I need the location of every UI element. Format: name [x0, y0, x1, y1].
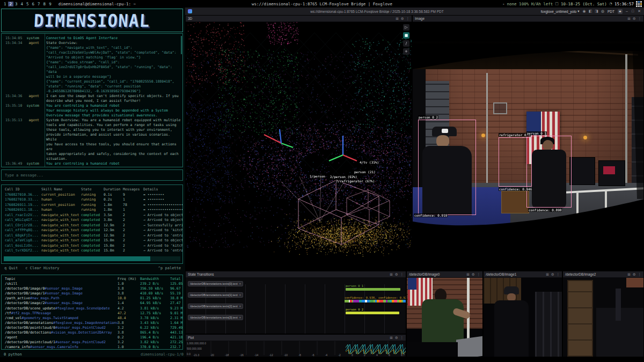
close-button[interactable]: ✕: [638, 9, 642, 13]
chat-scrollbar[interactable]: [181, 36, 182, 54]
measure-tool-button[interactable]: ∕: [403, 40, 409, 47]
inner-tmux-window[interactable]: 0 python: [0, 352, 22, 357]
camera-image[interactable]: person_0_2confidence: 0.919refrigerator_…: [413, 22, 644, 271]
detector-image0-view[interactable]: [407, 278, 482, 357]
tmux-tab-8[interactable]: 8: [42, 2, 48, 6]
series-chip[interactable]: /detectorDB/annotations.texts[3].text×: [188, 315, 243, 320]
expand-icon[interactable]: ⊞: [627, 272, 630, 277]
skill-row[interactable]: call_rxacIz2V...navigate_with_textcomple…: [2, 213, 182, 218]
message-input[interactable]: Type a message...: [1, 169, 183, 181]
topic-row[interactable]: /detectorDB/image/1#sensor_msgs.Image3.8…: [2, 291, 182, 296]
series-chip[interactable]: /detectorDB/annotations.texts[0].text×: [188, 281, 243, 286]
expand-icon[interactable]: ⊞: [546, 272, 548, 277]
close-icon[interactable]: ×: [239, 293, 241, 297]
state-transitions-body[interactable]: /detectorDB/annotations.texts[0].text×/d…: [186, 278, 406, 334]
minimize-button[interactable]: –: [626, 9, 629, 13]
focus-tool-button[interactable]: +: [403, 48, 409, 55]
topic-row[interactable]: /detectorDB/pointcloud/0#sensor_msgs.Poi…: [2, 326, 182, 330]
detector-image2-header: /detectorDB/image2 ⊞⚙⋮: [563, 271, 643, 278]
settings-icon[interactable]: ⚙: [395, 272, 398, 277]
skill-row[interactable]: 1760826911.19...current_positionrunning1…: [2, 203, 182, 208]
more-icon[interactable]: ⋮: [638, 272, 642, 277]
data-source-title[interactable]: ws://dimensional-cpu-1:8765 LCM-Foxglove…: [250, 10, 504, 13]
tmux-tab-1[interactable]: 1: [2, 2, 8, 6]
skill-row[interactable]: call_WSLCq4If...navigate_with_textcomple…: [2, 218, 182, 223]
skill-row[interactable]: call_nffPPq8Q...navigate_with_textcomple…: [2, 228, 182, 233]
tmux-tab-5[interactable]: 5: [25, 2, 31, 6]
topic-row[interactable]: /detectorDB/scene_update#foxglove_msgs.S…: [2, 306, 182, 311]
series-chip[interactable]: /detectorDB/annotations.texts[1].text×: [188, 292, 243, 298]
close-icon[interactable]: ×: [239, 305, 241, 308]
right-sidebar-icon[interactable]: ◨: [595, 9, 598, 13]
message-input-placeholder: Type a message...: [2, 173, 43, 178]
settings-icon[interactable]: ⚙: [472, 272, 475, 277]
detector-image2-view[interactable]: [563, 278, 643, 357]
app-grid-icon[interactable]: [636, 1, 642, 7]
palette-shortcut[interactable]: ^p palette: [158, 266, 181, 270]
tmux-tab-4[interactable]: 4: [19, 2, 25, 6]
settings-icon[interactable]: ⚙: [401, 17, 404, 21]
tmux-tab-6[interactable]: 6: [31, 2, 36, 6]
more-icon[interactable]: ⋮: [406, 17, 410, 21]
topic-row[interactable]: /agent0.2196.4 B/s421.18 kB: [2, 335, 182, 340]
plot-area[interactable]: 1,000,000,000.0500,000,0000.0 -21.3-20-1…: [186, 341, 406, 357]
chat-role: system: [23, 36, 42, 41]
topic-row[interactable]: /detectorDB/image/2#sensor_msgs.Image1.4…: [2, 301, 182, 306]
timezone-label[interactable]: PDT: [608, 10, 614, 13]
clear-history-shortcut[interactable]: c Clear History: [25, 266, 59, 272]
quit-shortcut[interactable]: q Quit: [4, 266, 18, 272]
settings-icon[interactable]: ⚙: [633, 17, 636, 21]
select-tool-button[interactable]: ▷: [403, 24, 409, 31]
topic-row[interactable]: /detectorDB/image/0#sensor_msgs.Image3.8…: [2, 286, 182, 291]
maximize-button[interactable]: □: [632, 9, 635, 13]
tmux-tab-9[interactable]: 9: [47, 2, 53, 6]
expand-icon[interactable]: ⊞: [390, 272, 392, 277]
skill-row[interactable]: 1760826911.18...humanrunning1.8m1= •••••…: [2, 208, 182, 213]
chat-timestamp: 15:34:05: [2, 36, 23, 41]
close-icon[interactable]: ×: [239, 282, 241, 285]
more-icon[interactable]: ⋮: [477, 272, 481, 277]
more-icon[interactable]: ⋮: [400, 272, 404, 277]
topic-row[interactable]: /detectorDB/pointcloud/1#sensor_msgs.Poi…: [2, 340, 182, 345]
detector-image1-view[interactable]: [484, 278, 562, 357]
more-icon[interactable]: ⋮: [638, 17, 642, 21]
tmux-tab-3[interactable]: 3: [13, 2, 19, 6]
skill-row[interactable]: 1760827010.36...current_positionrunning0…: [2, 193, 182, 198]
skill-row[interactable]: 1760827010.33...humanrunning0.2s1= •••••…: [2, 197, 182, 203]
grid-line: [305, 284, 305, 334]
foxglove-logo-icon[interactable]: [188, 9, 192, 13]
expand-icon[interactable]: ⊞: [396, 17, 398, 21]
expand-icon[interactable]: ⊞: [466, 272, 469, 277]
settings-icon[interactable]: ⚙: [633, 272, 636, 277]
more-icon[interactable]: ⋮: [400, 336, 404, 340]
settings-icon[interactable]: ⚙: [551, 272, 554, 277]
frame-tool-button[interactable]: ■: [403, 32, 409, 39]
more-icon[interactable]: ⋮: [557, 272, 560, 277]
left-sidebar-icon[interactable]: ◧: [589, 9, 592, 13]
topic-row[interactable]: /camera_info#sensor_msgs.CameraInfo1.037…: [2, 345, 182, 350]
topic-row[interactable]: /skill1.0239.2 B/s125.05 MB: [2, 282, 182, 286]
expand-icon[interactable]: ⊞: [627, 17, 630, 21]
topic-row[interactable]: /detectorDB/annotations#foxglove_msgs.Im…: [2, 321, 182, 326]
series-chip[interactable]: /detectorDB/annotations.texts[2].text×: [188, 304, 243, 309]
skill-row[interactable]: call_a7aVCig8...navigate_with_textcomple…: [2, 238, 182, 243]
topic-row[interactable]: /cmd_vel#geometry_msgs.TwistStamped48.43…: [2, 316, 182, 321]
settings-icon[interactable]: ⚙: [395, 336, 398, 340]
close-icon[interactable]: ×: [239, 316, 241, 319]
skill-row[interactable]: call_68gkFjIv...navigate_with_textcomple…: [2, 233, 182, 239]
skill-row[interactable]: call_COrj1r28...navigate_with_textcomple…: [2, 223, 182, 228]
skill-row[interactable]: call_6osLIzOn...navigate_with_textcomple…: [2, 243, 182, 249]
screen-record-icon[interactable]: ◉: [583, 9, 586, 13]
skill-row[interactable]: call_tvrXDGf2...navigate_with_textcomple…: [2, 248, 182, 254]
3d-viewport[interactable]: 4/tv (31%)person (21)1/person2/person (9…: [186, 22, 412, 270]
topic-row[interactable]: /detectorDB/detections#vision_msgs.Detec…: [2, 330, 182, 335]
tmux-tab-2[interactable]: 2: [8, 2, 14, 6]
user-avatar[interactable]: ☻: [618, 9, 623, 14]
topic-row[interactable]: /path_active#nav_msgs.Path10.081.25 kB/s…: [2, 296, 182, 301]
tmux-tab-7[interactable]: 7: [36, 2, 42, 6]
topic-row[interactable]: /tf#tf2_msgs.TFMessage47.212.75 kB/s9.01…: [2, 311, 182, 316]
3d-panel: 3D ⊞⚙⋮: [185, 15, 412, 271]
layout-selector[interactable]: foxglove_untimed_yolo ▾: [541, 9, 580, 13]
expand-icon[interactable]: ⊞: [390, 336, 392, 340]
timezone-globe-icon[interactable]: ◍: [601, 9, 604, 13]
